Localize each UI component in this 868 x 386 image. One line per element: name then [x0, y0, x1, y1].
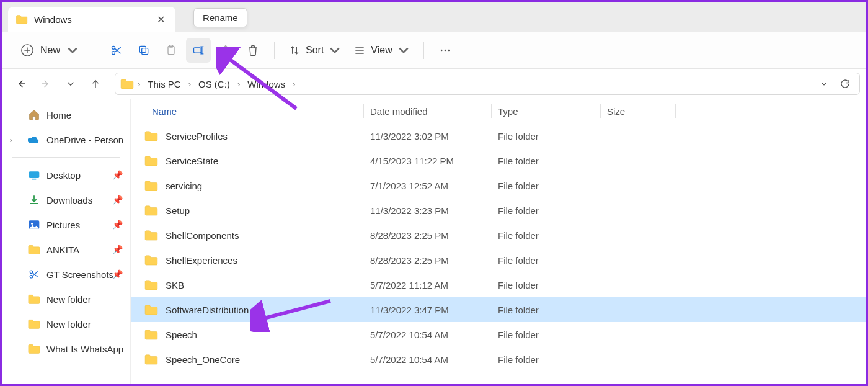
- file-name: ShellComponents: [166, 230, 239, 241]
- paste-button[interactable]: [159, 38, 184, 63]
- tab-strip: Windows ✕: [2, 2, 866, 32]
- sort-button[interactable]: Sort: [283, 38, 346, 63]
- pin-icon: 📌: [112, 220, 123, 230]
- view-icon: [353, 44, 366, 56]
- file-date: 7/1/2023 12:52 AM: [364, 181, 491, 191]
- table-row[interactable]: ShellComponents 8/28/2023 2:25 PM File f…: [131, 223, 866, 248]
- sidebar-item[interactable]: GT Screenshots 📌: [2, 262, 130, 287]
- chevron-right-icon[interactable]: ›: [6, 135, 17, 145]
- address-dropdown-button[interactable]: [815, 74, 833, 93]
- delete-button[interactable]: [241, 38, 265, 63]
- table-row[interactable]: ServiceProfiles 11/3/2022 3:02 PM File f…: [131, 123, 866, 148]
- separator: [95, 42, 95, 59]
- sidebar-item[interactable]: New folder: [2, 312, 130, 336]
- table-row[interactable]: servicing 7/1/2023 12:52 AM File folder: [131, 173, 866, 198]
- file-name: Speech_OneCore: [166, 354, 240, 365]
- column-name-header[interactable]: ˄ Name: [131, 99, 363, 123]
- column-label: Size: [607, 106, 625, 117]
- copy-button[interactable]: [131, 38, 156, 63]
- separator: [12, 157, 120, 158]
- sidebar-item[interactable]: New folder: [2, 287, 130, 312]
- folder-icon: [144, 329, 158, 340]
- sidebar-item-home[interactable]: Home: [2, 102, 130, 127]
- breadcrumb-windows[interactable]: Windows: [244, 78, 289, 91]
- folder-icon: [144, 180, 158, 191]
- file-date: 11/3/2022 3:23 PM: [364, 205, 491, 216]
- table-row[interactable]: SoftwareDistribution 11/3/2022 3:47 PM F…: [131, 297, 866, 322]
- column-headers: ˄ Name Date modified Type Size: [131, 99, 866, 123]
- chevron-down-icon: [65, 78, 76, 89]
- view-button[interactable]: View: [348, 38, 414, 63]
- file-type: File folder: [492, 205, 600, 216]
- file-type: File folder: [492, 255, 600, 266]
- cut-button[interactable]: [104, 38, 129, 63]
- table-row[interactable]: Speech_OneCore 5/7/2022 10:54 AM File fo…: [131, 347, 866, 372]
- table-row[interactable]: Setup 11/3/2022 3:23 PM File folder: [131, 198, 866, 223]
- pin-icon: 📌: [112, 269, 123, 279]
- svg-point-9: [444, 49, 446, 51]
- chevron-right-icon[interactable]: ›: [291, 79, 296, 89]
- file-date: 8/28/2023 2:25 PM: [364, 255, 491, 266]
- chevron-right-icon[interactable]: ›: [136, 79, 141, 89]
- file-date: 5/7/2022 10:54 AM: [364, 354, 491, 365]
- sidebar-item[interactable]: What Is WhatsApp: [2, 336, 130, 361]
- sidebar-item-label: New folder: [46, 319, 91, 330]
- folder-icon: [120, 78, 134, 89]
- rename-tooltip: Rename: [193, 8, 247, 27]
- tab-windows[interactable]: Windows ✕: [8, 7, 175, 32]
- nav-row: › This PC › OS (C:) › Windows ›: [2, 69, 866, 99]
- back-button[interactable]: [11, 73, 32, 94]
- folder-icon: [144, 304, 158, 315]
- column-date-header[interactable]: Date modified: [364, 99, 491, 123]
- sidebar-item[interactable]: Pictures 📌: [2, 212, 130, 237]
- table-row[interactable]: ShellExperiences 8/28/2023 2:25 PM File …: [131, 248, 866, 272]
- more-button[interactable]: [433, 38, 458, 63]
- rename-button[interactable]: [186, 38, 211, 63]
- sidebar-item-label: GT Screenshots: [46, 269, 113, 280]
- table-row[interactable]: Speech 5/7/2022 10:54 AM File folder: [131, 322, 866, 347]
- sort-icon: [288, 44, 301, 56]
- file-name: SoftwareDistribution: [166, 305, 249, 315]
- refresh-button[interactable]: [836, 74, 854, 93]
- forward-button[interactable]: [35, 73, 56, 94]
- arrow-up-icon: [90, 78, 101, 89]
- new-button[interactable]: New: [13, 38, 86, 63]
- sidebar-item-label: What Is WhatsApp: [46, 344, 123, 354]
- recent-button[interactable]: [60, 73, 81, 94]
- table-row[interactable]: ServiceState 4/15/2023 11:22 PM File fol…: [131, 148, 866, 173]
- sidebar-item-label: ANKITA: [46, 245, 79, 255]
- sidebar-item[interactable]: ANKITA 📌: [2, 237, 130, 262]
- trash-icon: [247, 44, 259, 56]
- address-bar[interactable]: › This PC › OS (C:) › Windows ›: [115, 73, 860, 95]
- svg-rect-11: [29, 171, 40, 178]
- sort-asc-icon: ˄: [246, 99, 249, 105]
- sidebar-item-onedrive[interactable]: › OneDrive - Person: [2, 127, 130, 152]
- file-date: 5/7/2022 11:12 AM: [364, 280, 491, 290]
- file-type: File folder: [492, 156, 600, 166]
- tab-close-button[interactable]: ✕: [153, 12, 168, 27]
- folder-icon: [28, 294, 40, 305]
- svg-rect-3: [142, 48, 148, 54]
- column-type-header[interactable]: Type: [492, 99, 600, 123]
- breadcrumb-os-c[interactable]: OS (C:): [195, 78, 234, 91]
- arrow-left-icon: [16, 78, 27, 89]
- pin-icon: 📌: [112, 195, 123, 205]
- ellipsis-icon: [439, 44, 451, 56]
- pictures-icon: [28, 219, 40, 230]
- file-name: ServiceState: [166, 156, 218, 166]
- column-size-header[interactable]: Size: [601, 99, 675, 123]
- folder-icon: [28, 244, 40, 255]
- column-label: Date modified: [370, 106, 428, 117]
- sidebar-item[interactable]: Downloads 📌: [2, 187, 130, 212]
- chevron-right-icon[interactable]: ›: [236, 79, 241, 89]
- up-button[interactable]: [85, 73, 106, 94]
- chevron-right-icon[interactable]: ›: [187, 79, 192, 89]
- breadcrumb-this-pc[interactable]: This PC: [144, 78, 184, 91]
- sidebar-item[interactable]: Desktop 📌: [2, 163, 130, 187]
- share-button[interactable]: [213, 38, 238, 63]
- table-row[interactable]: SKB 5/7/2022 11:12 AM File folder: [131, 272, 866, 297]
- file-date: 5/7/2022 10:54 AM: [364, 330, 491, 340]
- folder-icon: [144, 279, 158, 290]
- svg-point-8: [441, 49, 443, 51]
- scissors-icon: [28, 269, 40, 280]
